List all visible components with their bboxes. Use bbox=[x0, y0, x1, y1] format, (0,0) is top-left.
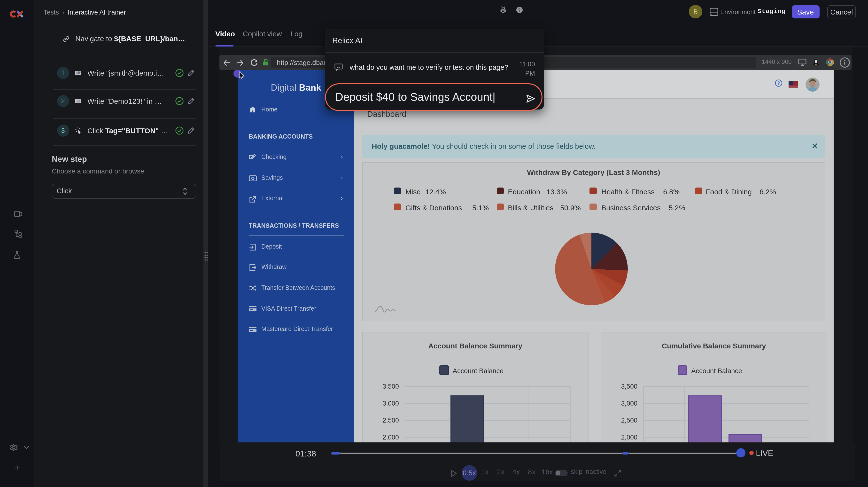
svg-text:?: ? bbox=[777, 80, 780, 85]
svg-text:$: $ bbox=[252, 177, 253, 180]
